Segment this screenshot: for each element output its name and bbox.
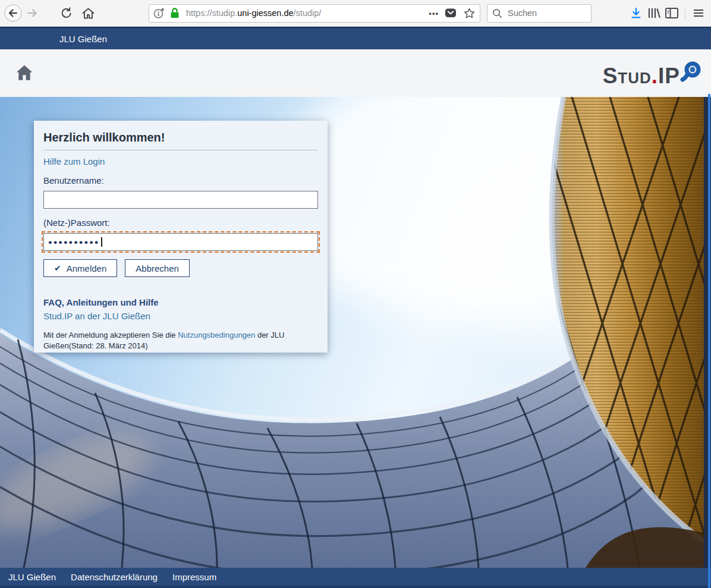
background-photo: Herzlich willkommen! Hilfe zum Login Ben… (0, 97, 711, 568)
reload-button[interactable] (57, 4, 76, 23)
pocket-icon[interactable] (445, 7, 457, 19)
username-label: Benutzername: (43, 175, 318, 185)
downloads-button[interactable] (627, 4, 645, 23)
password-field-wrapper (43, 233, 318, 251)
footer-link-jlu[interactable]: JLU Gießen (8, 572, 56, 582)
login-help-link[interactable]: Hilfe zum Login (43, 156, 318, 166)
url-bar[interactable]: https://studip.uni-giessen.de/studip/ ••… (149, 4, 480, 23)
page-actions-button[interactable]: ••• (429, 9, 439, 18)
cancel-button[interactable]: Abbrechen (125, 259, 190, 277)
toolbar-home-button[interactable] (78, 4, 97, 23)
terms-text: Mit der Anmeldung akzeptieren Sie die Nu… (43, 330, 320, 351)
page-info-icon[interactable] (153, 6, 165, 20)
login-submit-button[interactable]: ✔ Anmelden (43, 259, 117, 277)
menu-button[interactable] (690, 4, 707, 23)
site-home-button[interactable] (14, 62, 34, 83)
forward-button[interactable] (23, 4, 42, 23)
site-topbar: JLU Gießen (0, 27, 711, 49)
home-icon (80, 5, 96, 21)
studip-swirl-icon (678, 60, 703, 85)
site-footer: JLU Gießen Datenschutzerklärung Impressu… (0, 568, 711, 586)
footer-link-imprint[interactable]: Impressum (172, 572, 216, 582)
sidebar-button[interactable] (663, 4, 681, 23)
url-text: https://studip.uni-giessen.de/studip/ (186, 8, 425, 18)
hamburger-icon (692, 7, 705, 20)
studip-jlu-link[interactable]: Stud.IP an der JLU Gießen (43, 311, 318, 321)
bookmark-star-icon[interactable] (463, 7, 476, 20)
login-card: Herzlich willkommen! Hilfe zum Login Ben… (34, 121, 328, 353)
back-button[interactable] (4, 4, 23, 23)
welcome-title: Herzlich willkommen! (43, 131, 318, 150)
download-icon (629, 6, 643, 20)
footer-link-privacy[interactable]: Datenschutzerklärung (71, 572, 158, 582)
back-icon (4, 4, 23, 23)
search-bar[interactable] (487, 4, 592, 23)
reload-icon (59, 5, 74, 21)
forward-icon (24, 5, 40, 21)
toolbar-separator (685, 7, 685, 20)
library-icon (646, 5, 662, 21)
house-icon (14, 62, 34, 83)
studip-logo-text: Stud.IP (603, 62, 680, 90)
password-input[interactable] (43, 233, 318, 251)
faq-link[interactable]: FAQ, Anleitungen und Hilfe (43, 297, 318, 307)
footer-bottom-strip (0, 586, 711, 588)
https-lock-icon[interactable] (168, 6, 181, 20)
check-icon: ✔ (54, 263, 61, 273)
password-label: (Netz-)Passwort: (43, 218, 318, 228)
search-input[interactable] (506, 8, 580, 18)
scrollbar-thumb[interactable] (708, 94, 710, 588)
username-input[interactable] (43, 191, 318, 209)
library-button[interactable] (645, 4, 663, 23)
browser-toolbar: https://studip.uni-giessen.de/studip/ ••… (0, 0, 711, 27)
text-caret (101, 237, 102, 247)
site-header: Stud.IP (0, 49, 711, 97)
sidebar-icon (663, 5, 680, 21)
topbar-brand-link[interactable]: JLU Gießen (59, 34, 107, 44)
studip-logo: Stud.IP (603, 62, 703, 90)
terms-of-use-link[interactable]: Nutzungsbedingungen (178, 331, 255, 339)
search-icon (492, 8, 503, 19)
